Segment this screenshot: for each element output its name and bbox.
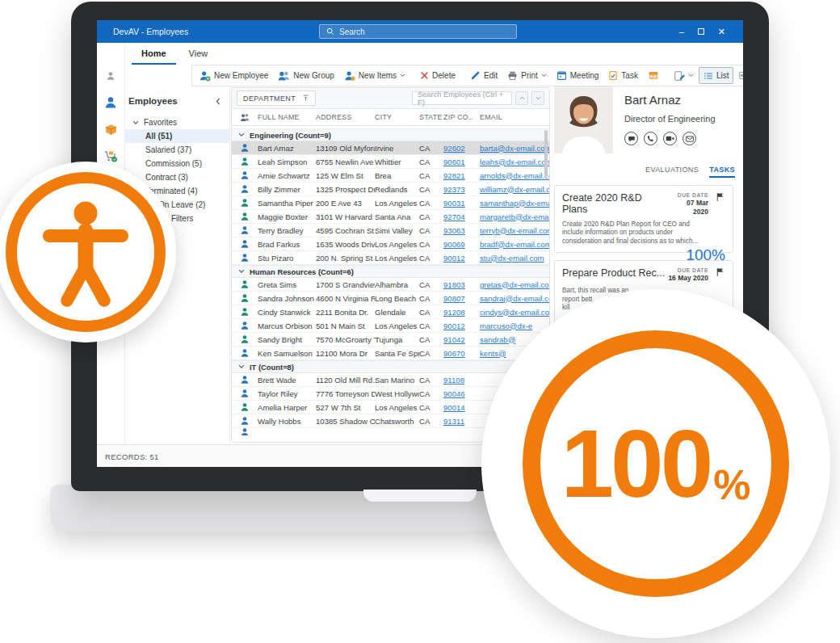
- toolbar-button-new-group[interactable]: New Group: [273, 67, 339, 84]
- tab-tasks[interactable]: TASKS: [709, 166, 735, 178]
- cell-email[interactable]: williamz@dx-email.com: [480, 185, 549, 194]
- tree-item-all-51-[interactable]: All (51): [125, 129, 229, 143]
- chevron-down-icon: [238, 364, 245, 369]
- cell-full-name: Ken Samuelson: [258, 349, 316, 358]
- cell-email[interactable]: barta@dx-email.com: [480, 144, 549, 153]
- cell-email[interactable]: arnolds@dx-email.com: [480, 171, 549, 180]
- chat-button[interactable]: [624, 132, 638, 145]
- collapse-panel-icon[interactable]: [215, 98, 221, 105]
- table-row-terry-bradley[interactable]: Terry Bradley4595 Cochran StSimi ValleyC…: [232, 224, 549, 237]
- column-header-zip-co-[interactable]: ZIP CO..: [443, 113, 480, 121]
- group-row-human-resources-count-6-[interactable]: Human Resources (Count=6): [232, 265, 549, 278]
- cell-city: Alhambra: [375, 280, 419, 289]
- cell-zip[interactable]: 92602: [443, 144, 480, 153]
- cell-zip[interactable]: 90670: [443, 349, 480, 358]
- cell-zip[interactable]: 91208: [443, 308, 480, 317]
- grid-search-input[interactable]: Search Employees (Ctrl + F): [412, 91, 512, 105]
- toolbar-button-meeting[interactable]: Meeting: [552, 67, 604, 84]
- phone-button[interactable]: [644, 132, 657, 145]
- minimize-button[interactable]: –: [679, 27, 684, 36]
- cell-full-name: Maggie Boxter: [258, 212, 316, 221]
- cell-email[interactable]: stu@dx-email.com: [480, 254, 549, 263]
- cell-state: CA: [419, 349, 443, 358]
- group-row-engineering-count-9-[interactable]: Engineering (Count=9): [232, 128, 549, 141]
- toolbar-button-task[interactable]: Task: [603, 67, 643, 84]
- sidebar-item-employees[interactable]: [102, 94, 120, 111]
- tab-home[interactable]: Home: [132, 43, 176, 65]
- cell-zip[interactable]: 90014: [443, 403, 480, 412]
- table-row-brad-farkus[interactable]: Brad Farkus1635 Woods DriveLos AngelesCA…: [232, 237, 549, 251]
- flag-icon[interactable]: [716, 192, 725, 216]
- cell-zip[interactable]: 90807: [443, 294, 480, 303]
- column-header-city[interactable]: CITY: [375, 113, 419, 121]
- mail-button[interactable]: [682, 132, 696, 145]
- table-row-arnie-schwartz[interactable]: Arnie Schwartz125 W Elm StBreaCA92821arn…: [232, 169, 549, 183]
- toolbar-button-card[interactable]: Card: [733, 67, 743, 84]
- tree-item-favorites[interactable]: Favorites: [125, 116, 229, 129]
- sidebar-item-products[interactable]: [102, 120, 120, 138]
- table-row-bart-arnaz[interactable]: Bart Arnaz13109 Old Myford RdIrvineCA926…: [232, 141, 549, 155]
- tab-view[interactable]: View: [179, 43, 218, 65]
- cell-email[interactable]: margaretb@dx-email.com: [480, 212, 549, 221]
- toolbar-button-edit-note[interactable]: [669, 67, 699, 84]
- cell-email[interactable]: terryb@dx-email.com: [480, 226, 549, 235]
- video-button[interactable]: [663, 132, 677, 145]
- toolbar-button-list[interactable]: List: [699, 67, 734, 84]
- toolbar-button-new-items[interactable]: New Items: [339, 67, 410, 84]
- table-row-stu-pizaro[interactable]: Stu Pizaro200 N. Spring StLos AngelesCA9…: [232, 251, 549, 265]
- cell-zip[interactable]: 92373: [443, 185, 480, 194]
- tab-evaluations[interactable]: EVALUATIONS: [645, 166, 699, 178]
- sidebar-item-customers[interactable]: [102, 67, 120, 85]
- toolbar-button-print[interactable]: Print: [502, 67, 552, 84]
- task-card[interactable]: Create 2020 R&D Plans DUE DATE 07 Mar 20…: [554, 185, 733, 253]
- cell-email[interactable]: samanthap@dx-email.co..: [480, 199, 549, 208]
- cell-email[interactable]: leahs@dx-email.com: [480, 158, 549, 166]
- cell-zip[interactable]: 90046: [443, 389, 480, 398]
- column-header-full-name[interactable]: FULL NAME: [258, 113, 316, 121]
- chevron-down-icon: [688, 74, 694, 78]
- close-button[interactable]: ✕: [718, 27, 725, 36]
- column-header-state[interactable]: STATE: [419, 113, 443, 121]
- table-row-samantha-piper[interactable]: Samantha Piper200 E Ave 43Los AngelesCA9…: [232, 196, 549, 210]
- toolbar-button-new-employee[interactable]: New Employee: [195, 67, 273, 84]
- person-icon: [232, 157, 258, 166]
- cell-zip[interactable]: 91042: [443, 335, 480, 344]
- grid-scrollbar[interactable]: [544, 130, 548, 177]
- cell-email[interactable]: gretas@dx-email.com: [480, 280, 549, 289]
- toolbar-button-label: Task: [621, 71, 638, 80]
- table-row-leah-simpson[interactable]: Leah Simpson6755 Newlin AveWhittierCA906…: [232, 155, 549, 169]
- search-next-button[interactable]: [531, 91, 544, 105]
- person-icon: [232, 321, 258, 330]
- maximize-button[interactable]: [698, 27, 704, 36]
- cell-zip[interactable]: 91803: [443, 280, 480, 289]
- cell-address: 12100 Mora Dr: [316, 349, 375, 358]
- cell-zip[interactable]: 90069: [443, 240, 480, 249]
- toolbar-button-employee-badge[interactable]: [643, 67, 664, 84]
- toolbar-button-delete[interactable]: Delete: [415, 67, 460, 84]
- cell-zip[interactable]: 91108: [443, 376, 480, 385]
- cell-city: Santa Fe Springs: [375, 349, 419, 358]
- cell-zip[interactable]: 90012: [443, 322, 480, 330]
- table-row-billy-zimmer[interactable]: Billy Zimmer1325 Prospect DrRedlandsCA92…: [232, 183, 549, 196]
- column-header-email[interactable]: EMAIL: [480, 113, 549, 121]
- cell-zip[interactable]: 91311: [443, 417, 480, 426]
- global-search-input[interactable]: Search: [319, 24, 517, 39]
- flag-icon[interactable]: [716, 267, 725, 283]
- avatar: [554, 86, 613, 153]
- cell-zip[interactable]: 93063: [443, 226, 480, 235]
- cell-zip[interactable]: 90601: [443, 158, 480, 166]
- tree-item-label: All (51): [145, 132, 172, 141]
- cell-email[interactable]: bradf@dx-email.com: [480, 240, 549, 249]
- table-row-maggie-boxter[interactable]: Maggie Boxter3101 W Harvard StSanta AnaC…: [232, 210, 549, 224]
- column-header-address[interactable]: ADDRESS: [316, 113, 375, 121]
- cell-zip[interactable]: 90012: [443, 254, 480, 263]
- toolbar-button-edit[interactable]: Edit: [465, 67, 502, 84]
- cell-address: 6755 Newlin Ave: [316, 158, 375, 166]
- search-prev-button[interactable]: [515, 91, 528, 105]
- tree-item-salaried-37-[interactable]: Salaried (37): [125, 143, 229, 157]
- cell-address: 13109 Old Myford Rd: [316, 144, 375, 153]
- cell-zip[interactable]: 90031: [443, 199, 480, 208]
- cell-zip[interactable]: 92821: [443, 171, 480, 180]
- group-by-department-chip[interactable]: DEPARTMENT: [237, 90, 316, 106]
- cell-zip[interactable]: 92704: [443, 212, 480, 221]
